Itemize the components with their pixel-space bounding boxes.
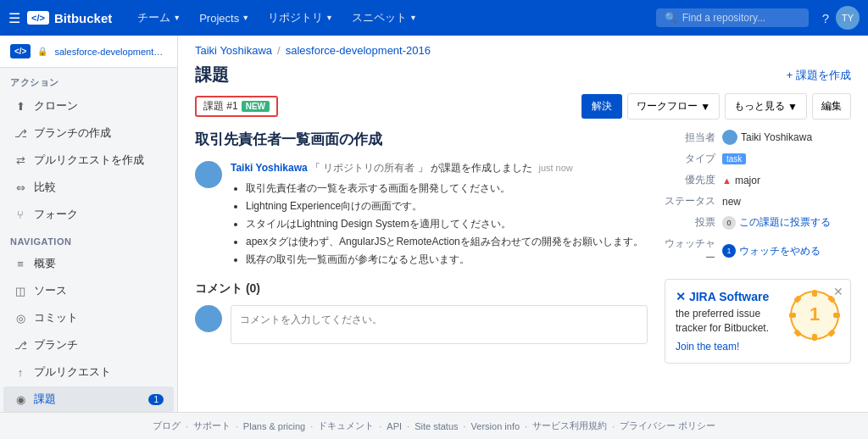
clone-icon: ⬆ [14,100,27,113]
watchers-value: 1 ウォッチをやめる [722,244,821,258]
chevron-down-icon: ▼ [700,101,710,113]
assignee-value: Taiki Yoshikawa [722,130,812,145]
sidebar: </> 🔒 salesforce-development-2... アクション … [0,36,178,412]
jira-text2: tracker for Bitbucket. [676,321,781,336]
issue-layout: 取引先責任者一覧画面の作成 Taiki Yoshikawa 「 リポジトリの所有… [178,130,868,412]
comment-input[interactable] [231,305,648,344]
activity-role-close: 」 [418,162,428,174]
footer-blog[interactable]: ブログ [153,420,181,432]
vote-label: 投票 [665,215,715,230]
compare-icon: ⇔ [14,181,27,194]
meta-type: タイプ task [665,152,851,166]
repo-name[interactable]: salesforce-development-2... [54,47,164,57]
jira-ad-content: ✕ JIRA Software the preferred issue trac… [676,290,781,353]
task-badge: task [722,153,746,164]
nav-snippets[interactable]: スニペット ▼ [343,5,426,31]
jira-join-link[interactable]: Join the team! [676,341,781,353]
footer: ブログ · サポート · Plans & pricing · ドキュメント · … [0,412,868,439]
navigation-section-label: NAVIGATION [0,228,177,250]
sidebar-item-source[interactable]: ◫ ソース [3,278,174,303]
chevron-down-icon: ▼ [409,14,417,22]
nav-repository[interactable]: リポジトリ ▼ [259,5,342,31]
footer-terms[interactable]: サービス利用規約 [532,420,607,432]
nav-team[interactable]: チーム ▼ [129,5,189,31]
chevron-down-icon: ▼ [326,14,333,22]
vote-action[interactable]: この課題に投票する [739,215,831,230]
help-button[interactable]: ? [815,7,836,30]
branches-icon: ⎇ [14,339,27,352]
footer-docs[interactable]: ドキュメント [318,420,374,432]
resolve-button[interactable]: 解決 [581,94,622,119]
content-header: 課題 + 課題を作成 [178,60,868,93]
type-value: task [722,153,746,164]
activity-author[interactable]: Taiki Yoshikawa [231,162,308,174]
footer-plans-pricing[interactable]: Plans & pricing [243,421,305,431]
sidebar-item-branches[interactable]: ⎇ ブランチ [3,332,174,358]
sidebar-item-compare[interactable]: ⇔ 比較 [3,175,174,200]
list-item: 既存の取引先一覧画面が参考になると思います。 [246,252,648,267]
create-issue-button[interactable]: + 課題を作成 [787,68,851,83]
sidebar-item-fork[interactable]: ⑂ フォーク [3,202,174,227]
hamburger-icon[interactable]: ☰ [8,10,20,26]
more-button[interactable]: もっと見る ▼ [725,93,807,119]
svg-text:1: 1 [810,303,820,325]
page-title: 課題 [195,64,229,86]
topnav-nav: チーム ▼ Projects ▼ リポジトリ ▼ スニペット ▼ [129,5,655,31]
sidebar-item-pullrequests[interactable]: ↑ プルリクエスト [3,359,174,385]
activity-avatar [195,161,222,188]
issue-tab-1[interactable]: 課題 #1 NEW [195,96,278,117]
sidebar-item-clone[interactable]: ⬆ クローン [3,93,174,119]
vote-value: 0 この課題に投票する [722,215,831,230]
pullrequest-icon: ⇄ [14,154,27,167]
footer-api[interactable]: API [387,421,402,431]
jira-seal-badge: 1 [789,290,840,341]
priority-icon: ▲ [722,175,732,186]
bitbucket-logo[interactable]: </> Bitbucket [27,11,112,25]
main-content: Taiki Yoshikawa / salesforce-development… [178,36,868,412]
activity-content: Taiki Yoshikawa 「 リポジトリの所有者 」 が課題を作成しました… [231,161,648,270]
meta-vote: 投票 0 この課題に投票する [665,215,851,230]
sidebar-item-commits[interactable]: ◎ コミット [3,305,174,331]
search-box[interactable]: 🔍 Find a repository... [656,8,809,27]
edit-button[interactable]: 編集 [812,93,851,119]
breadcrumb-separator: / [277,44,281,57]
activity-action: が課題を作成しました [431,162,532,174]
breadcrumb-repo[interactable]: salesforce-development-2016 [286,44,431,57]
footer-privacy[interactable]: プライバシー ポリシー [620,420,715,432]
activity-time: just now [538,163,572,173]
footer-version[interactable]: Version info [471,421,520,431]
list-item: 取引先責任者の一覧を表示する画面を開発してください。 [246,181,648,196]
close-icon[interactable]: ✕ [833,285,843,298]
sidebar-item-pullrequest-create[interactable]: ⇄ プルリクエストを作成 [3,147,174,173]
commits-icon: ◎ [14,312,27,325]
source-icon: ◫ [14,285,27,297]
sidebar-item-issues[interactable]: ◉ 課題 1 [3,386,174,412]
watchers-label: ウォッチャー [665,236,715,265]
repo-icon: </> [10,44,31,58]
issue-activity: Taiki Yoshikawa 「 リポジトリの所有者 」 が課題を作成しました… [195,161,648,270]
activity-role-open: 「 [310,162,320,174]
jira-logo: ✕ JIRA Software [676,290,781,303]
sidebar-item-overview[interactable]: ≡ 概要 [3,251,174,276]
footer-support[interactable]: サポート [193,420,231,432]
breadcrumb-user[interactable]: Taiki Yoshikawa [195,44,272,57]
footer-site-status[interactable]: Site status [415,421,458,431]
user-avatar[interactable]: TY [836,6,860,30]
logo-text: Bitbucket [54,11,112,25]
chevron-down-icon: ▼ [242,14,249,22]
meta-assignee: 担当者 Taiki Yoshikawa [665,130,851,145]
nav-projects[interactable]: Projects ▼ [191,7,258,30]
watch-action[interactable]: ウォッチをやめる [739,244,821,258]
status-label: ステータス [665,194,715,208]
workflow-button[interactable]: ワークフロー ▼ [627,93,720,119]
overview-icon: ≡ [14,258,27,270]
issues-icon: ◉ [14,393,27,406]
actions-section-label: アクション [0,68,177,92]
issue-tabs: 課題 #1 NEW [195,96,278,117]
issue-title: 取引先責任者一覧画面の作成 [195,130,648,149]
chevron-down-icon: ▼ [787,101,798,113]
svg-rect-3 [789,313,796,318]
watch-count: 1 [722,244,736,258]
comment-input-area [195,305,648,344]
sidebar-item-branch-create[interactable]: ⎇ ブランチの作成 [3,120,174,146]
